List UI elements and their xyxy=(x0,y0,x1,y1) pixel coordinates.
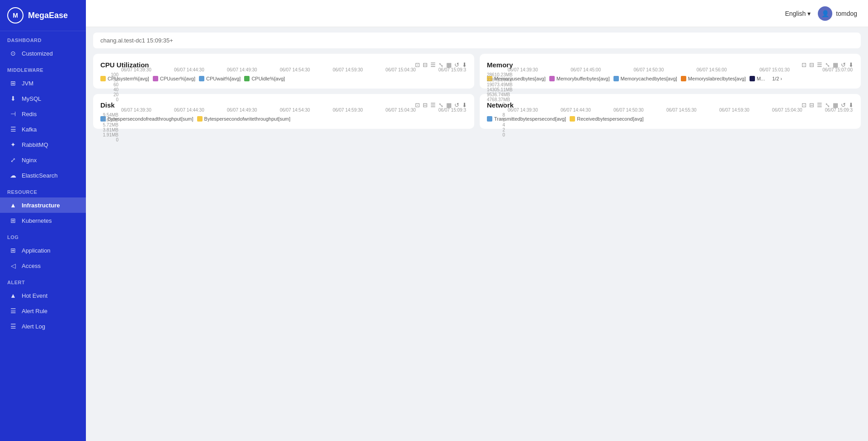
y-label: 23841.86MB xyxy=(487,77,507,82)
rabbitmq-icon: ✦ xyxy=(9,141,17,148)
x-label: 06/07 14:39:30 xyxy=(508,67,538,72)
sidebar-item-infrastructure[interactable]: ▲Infrastructure xyxy=(0,197,86,213)
mysql-icon: ⬇ xyxy=(9,95,17,102)
legend-item: Receivedbytespersecond[avg] xyxy=(570,116,643,122)
legend-label: CPUwait%[avg] xyxy=(206,76,241,81)
y-label: 4 xyxy=(487,122,507,127)
app-name: MegaEase xyxy=(28,11,68,20)
x-label: 06/07 15:07:00 xyxy=(822,67,853,72)
sidebar-item-label-alert-log: Alert Log xyxy=(22,323,45,330)
sidebar-item-label-alert-rule: Alert Rule xyxy=(22,308,47,314)
y-label: 19073.49MB xyxy=(487,82,507,87)
y-label: 9536.74MB xyxy=(487,92,507,97)
user-info[interactable]: 👤 tomdog xyxy=(818,6,857,21)
sidebar-item-mysql[interactable]: ⬇MySQL xyxy=(0,91,86,106)
sidebar-item-label-nginx: Nginx xyxy=(22,157,37,164)
y-label: 0 xyxy=(100,137,120,142)
x-axis-disk: 06/07 14:39:3006/07 14:44:3006/07 14:49:… xyxy=(120,108,467,113)
nginx-icon: ⤢ xyxy=(9,156,17,164)
filter-bar: chang.al.test-dc1 15:09:35+ xyxy=(93,33,861,48)
x-label: 06/07 15:04:30 xyxy=(386,67,416,72)
chevron-down-icon: ▾ xyxy=(807,10,811,17)
sidebar-item-label-redis: Redis xyxy=(22,111,37,117)
y-label: 5.72MB xyxy=(100,122,120,127)
pagination[interactable]: 1/2 › xyxy=(772,76,782,81)
chart-legend-memory: Memoryusedbytes[avg]Memorybufferbytes[av… xyxy=(487,76,854,81)
sidebar-section-log: LOG xyxy=(0,228,86,243)
x-label: 06/07 14:59:30 xyxy=(333,67,363,72)
x-label: 06/07 14:55:30 xyxy=(666,108,697,113)
sidebar-item-jvm[interactable]: ⊞JVM xyxy=(0,75,86,91)
sidebar-item-rabbitmq[interactable]: ✦RabbitMQ xyxy=(0,137,86,152)
chart-cpu: CPU Utilization⊡⊟☰⤡▦↺⬇10080604020006/07 … xyxy=(93,54,474,89)
y-label: 0 xyxy=(487,102,507,107)
y-label: 2 xyxy=(487,127,507,132)
sidebar-item-customized[interactable]: ⊙Customized xyxy=(0,46,86,61)
x-label: 06/07 15:04:30 xyxy=(386,108,416,113)
kafka-icon: ☰ xyxy=(9,126,17,133)
x-label: 06/07 14:44:30 xyxy=(174,108,204,113)
sidebar-item-label-mysql: MySQL xyxy=(22,95,41,102)
sidebar-item-alert-log[interactable]: ☰Alert Log xyxy=(0,319,86,334)
y-label: 9.54MB xyxy=(100,113,120,117)
x-label: 06/07 14:39:30 xyxy=(121,67,151,72)
sidebar-item-redis[interactable]: ⊣Redis xyxy=(0,106,86,122)
sidebar-item-kubernetes[interactable]: ⊞Kubernetes xyxy=(0,213,86,228)
legend-label: Memoryslabreclbytes[avg] xyxy=(688,76,746,81)
x-label: 06/07 15:01:30 xyxy=(760,67,790,72)
header: English ▾ 👤 tomdog xyxy=(86,0,868,27)
main-area: English ▾ 👤 tomdog chang.al.test-dc1 15:… xyxy=(86,0,868,441)
legend-label: Memorycachedbytes[avg] xyxy=(621,76,677,81)
content-area: chang.al.test-dc1 15:09:35+ CPU Utilizat… xyxy=(86,27,868,441)
sidebar-item-label-hot-event: Hot Event xyxy=(22,292,47,299)
x-label: 06/07 15:09:3 xyxy=(439,108,466,113)
x-label: 06/07 14:49:30 xyxy=(227,108,257,113)
y-label: 20 xyxy=(100,92,120,97)
legend-color xyxy=(153,76,158,81)
x-label: 06/07 14:59:30 xyxy=(333,108,363,113)
sidebar-section-alert: ALERT xyxy=(0,273,86,288)
sidebar-item-label-kafka: Kafka xyxy=(22,126,37,133)
sidebar-nav: DASHBOARD⊙CustomizedMIDDLEWARE⊞JVM⬇MySQL… xyxy=(0,31,86,334)
legend-label: Bytespersecondofreadthroughput[sum] xyxy=(108,116,193,122)
y-label: 100 xyxy=(100,72,120,77)
y-label: 0 xyxy=(487,132,507,137)
legend-item: Memorycachedbytes[avg] xyxy=(613,76,677,81)
legend-label: Bytespersecondofwritethroughput[sum] xyxy=(204,116,291,122)
sidebar-item-kafka[interactable]: ☰Kafka xyxy=(0,122,86,137)
x-label: 06/07 15:09:3 xyxy=(825,108,853,113)
sidebar-item-label-access: Access xyxy=(22,263,41,269)
x-label: 06/07 14:45:00 xyxy=(571,67,601,72)
x-label: 06/07 14:39:30 xyxy=(121,108,151,113)
sidebar-item-application[interactable]: ⊞Application xyxy=(0,243,86,258)
sidebar-item-elasticsearch[interactable]: ☁ElasticSearch xyxy=(0,168,86,183)
sidebar-item-label-application: Application xyxy=(22,247,51,254)
legend-color xyxy=(570,116,575,122)
customized-icon: ⊙ xyxy=(9,50,17,57)
x-axis-cpu: 06/07 14:39:3006/07 14:44:3006/07 14:49:… xyxy=(120,67,467,72)
x-label: 06/07 14:50:30 xyxy=(634,67,664,72)
x-label: 06/07 15:09:3 xyxy=(439,67,466,72)
x-label: 06/07 14:39:30 xyxy=(508,108,538,113)
sidebar-item-alert-rule[interactable]: ☰Alert Rule xyxy=(0,303,86,319)
y-label: 4768.37MB xyxy=(487,97,507,102)
language-label: English xyxy=(785,10,806,17)
legend-label: CPUidle%[avg] xyxy=(251,76,285,81)
language-selector[interactable]: English ▾ xyxy=(785,10,811,17)
sidebar-item-label-infrastructure: Infrastructure xyxy=(22,202,60,209)
application-icon: ⊞ xyxy=(9,247,17,254)
sidebar-item-access[interactable]: ◁Access xyxy=(0,258,86,273)
legend-label: CPUuser%[avg] xyxy=(160,76,195,81)
legend-color xyxy=(613,76,619,81)
legend-color xyxy=(549,76,555,81)
sidebar: M MegaEase DASHBOARD⊙CustomizedMIDDLEWAR… xyxy=(0,0,86,441)
sidebar-section-middleware: MIDDLEWARE xyxy=(0,61,86,75)
x-label: 06/07 14:59:30 xyxy=(719,108,750,113)
sidebar-item-label-jvm: JVM xyxy=(22,80,33,87)
sidebar-item-hot-event[interactable]: ▲Hot Event xyxy=(0,288,86,303)
username: tomdog xyxy=(836,10,857,17)
legend-label: Memorybufferbytes[avg] xyxy=(557,76,610,81)
legend-item: CPUidle%[avg] xyxy=(244,76,285,81)
chart-network: Network⊡⊟☰⤡▦↺⬇8642006/07 14:39:3006/07 1… xyxy=(480,94,861,129)
sidebar-item-nginx[interactable]: ⤢Nginx xyxy=(0,152,86,168)
